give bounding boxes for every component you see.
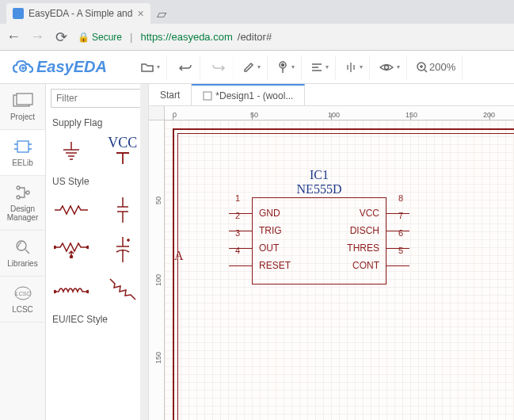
cloud-icon xyxy=(13,59,33,75)
distribute-menu[interactable]: ▾ xyxy=(339,55,370,79)
tab-label: Start xyxy=(160,90,180,101)
url-path: /editor# xyxy=(238,31,272,43)
back-button[interactable]: ← xyxy=(6,30,21,44)
visibility-menu[interactable]: ▾ xyxy=(373,55,407,79)
side-panel: Supply Flag VCC US Style EU/IEC Style xyxy=(46,84,149,420)
svg-point-18 xyxy=(87,291,89,293)
logo[interactable]: EasyEDA xyxy=(0,58,135,76)
new-tab-button[interactable]: ▱ xyxy=(154,6,169,21)
pin-menu[interactable]: ▾ xyxy=(271,55,302,79)
ic-ref: IC1 xyxy=(252,168,386,182)
rail-label: Design Manager xyxy=(3,204,42,222)
favicon xyxy=(13,8,24,19)
rail-item-lcsc[interactable]: LCSC LCSC xyxy=(0,277,45,323)
ruler-corner xyxy=(149,106,165,120)
align-menu[interactable]: ▾ xyxy=(305,55,336,79)
rail-item-libraries[interactable]: Libraries xyxy=(0,231,45,277)
svg-point-3 xyxy=(385,65,389,69)
svg-point-9 xyxy=(17,196,20,199)
app-header: EasyEDA ▾ ▾ ▾ ▾ ▾ ▾ 200% xyxy=(0,51,514,84)
tab-title: EasyEDA - A Simple and xyxy=(29,8,132,19)
svg-rect-7 xyxy=(17,141,29,152)
url-field[interactable]: 🔒 Secure | https://easyeda.com/editor# xyxy=(78,31,508,43)
lcsc-icon: LCSC xyxy=(13,284,33,302)
main-area: Project EELib Design Manager Libraries L… xyxy=(0,84,514,420)
ruler-horizontal: 0 50 100 150 200 xyxy=(165,106,514,120)
svg-rect-6 xyxy=(17,94,32,105)
component-inductor[interactable] xyxy=(46,269,97,309)
chevron-down-icon: ▾ xyxy=(326,63,329,71)
ruler-vertical: 50 100 150 xyxy=(149,120,165,420)
pencil-menu[interactable]: ▾ xyxy=(237,55,268,79)
project-icon xyxy=(13,92,33,109)
svg-point-2 xyxy=(282,63,284,66)
component-potentiometer[interactable] xyxy=(46,230,97,269)
undo-button[interactable] xyxy=(170,55,200,79)
tab-design1[interactable]: *Design1 - (wool... xyxy=(192,84,305,105)
section-supply-flag: Supply Flag xyxy=(46,113,148,132)
folder-menu[interactable]: ▾ xyxy=(135,55,167,79)
svg-point-10 xyxy=(26,191,29,194)
svg-text:LCSC: LCSC xyxy=(15,291,31,296)
zoom-level: 200% xyxy=(429,61,455,73)
chevron-down-icon: ▾ xyxy=(157,63,160,71)
left-rail: Project EELib Design Manager Libraries L… xyxy=(0,84,46,420)
close-tab-icon[interactable]: × xyxy=(137,7,143,20)
component-resistor[interactable] xyxy=(46,190,97,230)
svg-point-16 xyxy=(70,256,73,258)
rail-item-eelib[interactable]: EELib xyxy=(0,130,45,176)
url-host: https://easyeda.com xyxy=(140,31,232,43)
canvas-area: Start *Design1 - (wool... 0 50 100 150 2… xyxy=(149,84,514,420)
svg-point-15 xyxy=(87,246,89,249)
logo-text: EasyEDA xyxy=(36,58,107,76)
rail-label: LCSC xyxy=(12,305,33,314)
svg-point-8 xyxy=(17,186,20,189)
browser-tab-strip: EasyEDA - A Simple and × ▱ xyxy=(0,0,514,24)
canvas[interactable]: A IC1 NE555D 1GND 8VCC 2TRIG 7DISCH xyxy=(165,120,514,420)
rail-item-project[interactable]: Project xyxy=(0,84,45,130)
rail-label: Project xyxy=(10,113,35,121)
rail-label: EELib xyxy=(12,158,33,167)
lock-icon: 🔒 Secure xyxy=(78,32,122,43)
schematic-icon xyxy=(203,91,212,101)
vcc-label: VCC xyxy=(108,135,137,151)
canvas-wrap: 0 50 100 150 200 50 100 150 A IC1 NE555D xyxy=(149,106,514,420)
ic-body: 1GND 8VCC 2TRIG 7DISCH 3OUT 6THRES 4RE xyxy=(252,197,386,284)
tab-label: *Design1 - (wool... xyxy=(215,90,293,101)
tab-start[interactable]: Start xyxy=(149,84,192,105)
ic-ne555[interactable]: IC1 NE555D 1GND 8VCC 2TRIG 7DISCH 3OUT xyxy=(252,168,386,284)
security-label: Secure xyxy=(92,32,122,43)
svg-rect-19 xyxy=(204,92,211,100)
section-us-style: US Style xyxy=(46,171,148,190)
reload-button[interactable]: ⟳ xyxy=(54,30,68,44)
chevron-down-icon: ▾ xyxy=(291,63,295,71)
section-eu-style: EU/IEC Style xyxy=(46,309,148,328)
component-gnd[interactable] xyxy=(46,132,97,171)
forward-button[interactable]: → xyxy=(30,30,44,44)
redo-button[interactable] xyxy=(204,55,234,79)
libraries-icon xyxy=(13,239,33,256)
scrollbar[interactable] xyxy=(140,84,148,420)
filter-input[interactable] xyxy=(51,89,143,108)
rail-item-design-manager[interactable]: Design Manager xyxy=(0,176,45,231)
chevron-down-icon: ▾ xyxy=(360,63,363,71)
svg-point-14 xyxy=(54,246,56,249)
browser-tab[interactable]: EasyEDA - A Simple and × xyxy=(6,3,150,24)
chevron-down-icon: ▾ xyxy=(397,63,400,71)
zoom-menu[interactable]: 200% xyxy=(410,55,463,79)
rail-label: Libraries xyxy=(7,259,37,268)
chevron-down-icon: ▾ xyxy=(257,63,261,71)
eelib-icon xyxy=(13,138,33,155)
toolbar: ▾ ▾ ▾ ▾ ▾ ▾ 200% xyxy=(135,55,463,79)
address-bar: ← → ⟳ 🔒 Secure | https://easyeda.com/edi… xyxy=(0,24,514,51)
document-tabs: Start *Design1 - (wool... xyxy=(149,84,514,106)
ic-value: NE555D xyxy=(252,182,386,197)
svg-point-17 xyxy=(54,291,56,293)
design-manager-icon xyxy=(13,184,33,201)
